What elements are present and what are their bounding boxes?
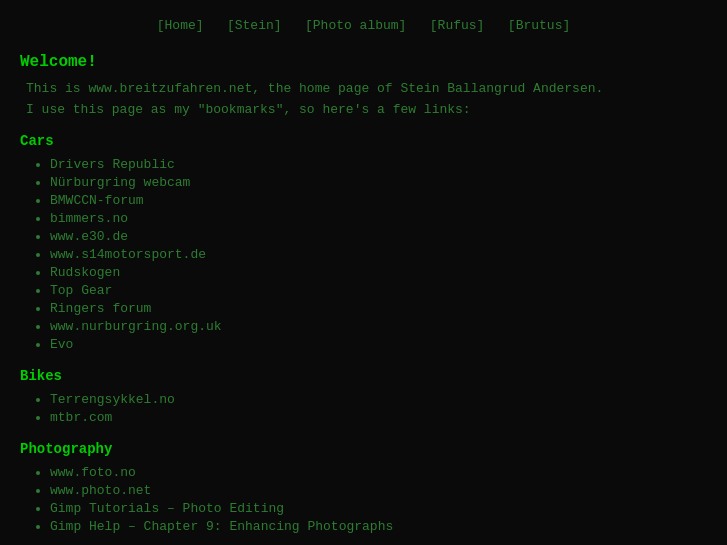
link-terrengsykkel[interactable]: Terrengsykkel.no <box>50 392 175 407</box>
link-e30-de[interactable]: www.e30.de <box>50 229 128 244</box>
cars-list: Drivers Republic Nürburgring webcam BMWC… <box>50 157 707 352</box>
list-item: Drivers Republic <box>50 157 707 172</box>
link-gimp-tutorials[interactable]: Gimp Tutorials – Photo Editing <box>50 501 284 516</box>
list-item: www.s14motorsport.de <box>50 247 707 262</box>
section-title-cars: Cars <box>20 133 707 149</box>
nav-home[interactable]: [Home] <box>157 18 204 33</box>
link-photo-net[interactable]: www.photo.net <box>50 483 151 498</box>
list-item: www.photo.net <box>50 483 707 498</box>
list-item: Gimp Help – Chapter 9: Enhancing Photogr… <box>50 519 707 534</box>
link-nurburgring-org-uk[interactable]: www.nurburgring.org.uk <box>50 319 222 334</box>
list-item: Ringers forum <box>50 301 707 316</box>
link-drivers-republic[interactable]: Drivers Republic <box>50 157 175 172</box>
intro-line-2: I use this page as my "bookmarks", so he… <box>26 102 707 117</box>
nav-brutus[interactable]: [Brutus] <box>508 18 570 33</box>
list-item: bimmers.no <box>50 211 707 226</box>
list-item: www.foto.no <box>50 465 707 480</box>
section-title-photography: Photography <box>20 441 707 457</box>
list-item: Top Gear <box>50 283 707 298</box>
photography-list: www.foto.no www.photo.net Gimp Tutorials… <box>50 465 707 534</box>
list-item: www.nurburgring.org.uk <box>50 319 707 334</box>
list-item: Terrengsykkel.no <box>50 392 707 407</box>
nav-photo-album[interactable]: [Photo album] <box>305 18 406 33</box>
welcome-heading: Welcome! <box>20 53 707 71</box>
link-evo[interactable]: Evo <box>50 337 73 352</box>
list-item: Gimp Tutorials – Photo Editing <box>50 501 707 516</box>
list-item: www.e30.de <box>50 229 707 244</box>
list-item: Rudskogen <box>50 265 707 280</box>
link-mtbr[interactable]: mtbr.com <box>50 410 112 425</box>
intro-line-1: This is www.breitzufahren.net, the home … <box>26 81 707 96</box>
link-bimmers-no[interactable]: bimmers.no <box>50 211 128 226</box>
list-item: Nürburgring webcam <box>50 175 707 190</box>
list-item: Evo <box>50 337 707 352</box>
nav-bar: [Home] [Stein] [Photo album] [Rufus] [Br… <box>20 10 707 41</box>
nav-rufus[interactable]: [Rufus] <box>430 18 485 33</box>
link-nurburgring-webcam[interactable]: Nürburgring webcam <box>50 175 190 190</box>
link-gimp-help[interactable]: Gimp Help – Chapter 9: Enhancing Photogr… <box>50 519 393 534</box>
link-bmwccn-forum[interactable]: BMWCCN-forum <box>50 193 144 208</box>
list-item: BMWCCN-forum <box>50 193 707 208</box>
bikes-list: Terrengsykkel.no mtbr.com <box>50 392 707 425</box>
list-item: mtbr.com <box>50 410 707 425</box>
link-s14motorsport[interactable]: www.s14motorsport.de <box>50 247 206 262</box>
link-foto-no[interactable]: www.foto.no <box>50 465 136 480</box>
link-ringers-forum[interactable]: Ringers forum <box>50 301 151 316</box>
nav-stein[interactable]: [Stein] <box>227 18 282 33</box>
link-rudskogen[interactable]: Rudskogen <box>50 265 120 280</box>
section-title-bikes: Bikes <box>20 368 707 384</box>
link-top-gear[interactable]: Top Gear <box>50 283 112 298</box>
